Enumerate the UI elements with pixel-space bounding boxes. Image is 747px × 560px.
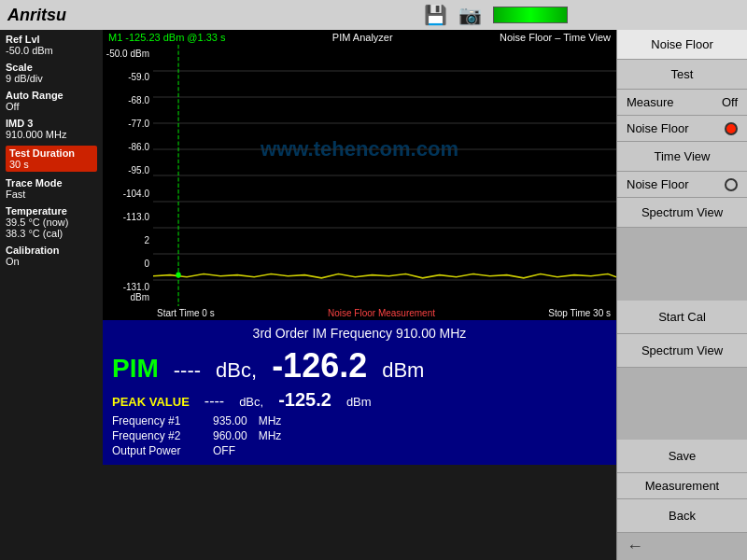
trace-mode-label: Trace Mode bbox=[6, 177, 97, 189]
main-layout: Ref Lvl -50.0 dBm Scale 9 dB/div Auto Ra… bbox=[0, 30, 747, 560]
pim-label: PIM bbox=[112, 354, 159, 384]
output-label: Output Power bbox=[112, 444, 205, 457]
left-panel: Ref Lvl -50.0 dBm Scale 9 dB/div Auto Ra… bbox=[0, 30, 103, 560]
noise-floor-radio-on[interactable]: Noise Floor bbox=[617, 116, 747, 142]
calibration-section: Calibration On bbox=[6, 245, 97, 267]
y-label-10: -131.0 dBm bbox=[105, 282, 149, 302]
imd3-label: IMD 3 bbox=[6, 118, 97, 129]
trace-mode-value: Fast bbox=[6, 189, 97, 200]
top-icons: 💾 📷 bbox=[251, 4, 740, 26]
output-value: OFF bbox=[213, 444, 235, 457]
calibration-value: On bbox=[6, 256, 97, 267]
spectrum-view-button[interactable]: Spectrum View bbox=[617, 334, 747, 368]
pim-dbm-unit: dBm bbox=[382, 358, 424, 383]
menu-spacer2 bbox=[617, 368, 747, 441]
test-button[interactable]: Test bbox=[617, 60, 747, 90]
noise-floor-label: Noise Floor – Time View bbox=[500, 32, 611, 43]
camera-icon[interactable]: 📷 bbox=[458, 4, 482, 26]
ref-lvl-section: Ref Lvl -50.0 dBm bbox=[6, 34, 97, 56]
y-label-2: -68.0 bbox=[105, 95, 149, 105]
x-stop-label: Stop Time 30 s bbox=[548, 308, 611, 318]
y-label-4: -86.0 bbox=[105, 142, 149, 152]
x-noise-label: Noise Floor Measurement bbox=[328, 308, 435, 318]
center-area: M1 -125.23 dBm @1.33 s PIM Analyzer Nois… bbox=[103, 30, 616, 560]
calibration-label: Calibration bbox=[6, 245, 97, 256]
pim-value: -126.2 bbox=[272, 346, 367, 385]
peak-value: -125.2 bbox=[278, 389, 331, 411]
peak-dashes: ---- bbox=[204, 393, 224, 410]
temperature-now: 39.5 °C (now) bbox=[6, 217, 97, 228]
x-start-label: Start Time 0 s bbox=[157, 308, 215, 318]
freq1-value: 935.00 bbox=[213, 414, 247, 427]
peak-dbc-unit: dBc, bbox=[239, 395, 263, 409]
freq2-value: 960.00 bbox=[213, 429, 247, 442]
signal-trace bbox=[153, 274, 616, 278]
temperature-section: Temperature 39.5 °C (now) 38.3 °C (cal) bbox=[6, 205, 97, 239]
freq-title: 3rd Order IM Frequency 910.00 MHz bbox=[112, 326, 607, 341]
time-view-button[interactable]: Time View bbox=[617, 142, 747, 172]
pim-analyzer-label: PIM Analyzer bbox=[332, 32, 393, 43]
peak-row: PEAK VALUE ---- dBc, -125.2 dBm bbox=[112, 389, 607, 411]
scale-value: 9 dB/div bbox=[6, 73, 97, 84]
freq2-unit: MHz bbox=[259, 429, 282, 442]
scale-label: Scale bbox=[6, 62, 97, 73]
menu-spacer bbox=[617, 228, 747, 301]
test-duration-section: Test Duration 30 s bbox=[6, 146, 97, 172]
y-label-3: -77.0 bbox=[105, 119, 149, 129]
chart-title-bar: M1 -125.23 dBm @1.33 s PIM Analyzer Nois… bbox=[103, 30, 616, 45]
auto-range-section: Auto Range Off bbox=[6, 90, 97, 112]
pim-dashes: ---- bbox=[174, 358, 201, 383]
freq1-unit: MHz bbox=[259, 414, 282, 427]
peak-label: PEAK VALUE bbox=[112, 395, 190, 409]
test-duration-label: Test Duration bbox=[9, 147, 93, 159]
spectrum-view-menu-button[interactable]: Spectrum View bbox=[617, 198, 747, 228]
ref-lvl-label: Ref Lvl bbox=[6, 34, 97, 45]
auto-range-value: Off bbox=[6, 101, 97, 112]
y-label-1: -59.0 bbox=[105, 72, 149, 82]
noise-floor-radio-off[interactable]: Noise Floor bbox=[617, 172, 747, 198]
save-button[interactable]: Save bbox=[617, 440, 747, 473]
freq2-label: Frequency #2 bbox=[112, 429, 205, 442]
signal-bar bbox=[493, 7, 568, 23]
y-label-8: 2 bbox=[105, 235, 149, 245]
right-panel: Noise Floor Test Measure Off Noise Floor… bbox=[616, 30, 747, 560]
ref-lvl-value: -50.0 dBm bbox=[6, 45, 97, 56]
freq2-row: Frequency #2 960.00 MHz bbox=[112, 429, 607, 442]
measurement-button[interactable]: Measurement bbox=[617, 473, 747, 499]
radio-on-dot bbox=[725, 122, 738, 135]
trace-mode-section: Trace Mode Fast bbox=[6, 177, 97, 200]
auto-range-label: Auto Range bbox=[6, 90, 97, 101]
noise-floor-radio-label: Noise Floor bbox=[627, 121, 688, 135]
freq1-label: Frequency #1 bbox=[112, 414, 205, 427]
top-bar: Anritsu 💾 📷 bbox=[0, 0, 747, 30]
temperature-label: Temperature bbox=[6, 205, 97, 217]
back-button[interactable]: Back bbox=[617, 499, 747, 533]
svg-point-10 bbox=[176, 272, 180, 277]
anritsu-logo: Anritsu bbox=[7, 6, 251, 25]
y-label-6: -104.0 bbox=[105, 189, 149, 199]
measure-label: Measure bbox=[627, 95, 674, 109]
y-axis-labels: -50.0 dBm -59.0 -68.0 -77.0 -86.0 -95.0 … bbox=[103, 45, 151, 306]
noise-floor-radio-off-label: Noise Floor bbox=[627, 177, 688, 191]
measure-row[interactable]: Measure Off bbox=[617, 90, 747, 116]
output-row: Output Power OFF bbox=[112, 444, 607, 457]
chart-svg bbox=[153, 45, 616, 306]
info-panel: 3rd Order IM Frequency 910.00 MHz PIM --… bbox=[103, 320, 616, 465]
y-label-7: -113.0 bbox=[105, 212, 149, 222]
arrow-row: ← bbox=[617, 533, 747, 560]
pim-dbc-unit: dBc, bbox=[216, 358, 257, 383]
y-label-9: 0 bbox=[105, 259, 149, 269]
temperature-cal: 38.3 °C (cal) bbox=[6, 228, 97, 239]
peak-dbm-unit: dBm bbox=[346, 395, 372, 409]
measure-value: Off bbox=[722, 95, 738, 109]
noise-floor-title: Noise Floor bbox=[617, 30, 747, 60]
freq1-row: Frequency #1 935.00 MHz bbox=[112, 414, 607, 427]
marker-label: M1 -125.23 dBm @1.33 s bbox=[108, 32, 226, 43]
radio-off-dot bbox=[725, 178, 738, 191]
chart-canvas: -50.0 dBm -59.0 -68.0 -77.0 -86.0 -95.0 … bbox=[103, 45, 616, 306]
start-cal-button[interactable]: Start Cal bbox=[617, 301, 747, 334]
y-label-5: -95.0 bbox=[105, 165, 149, 175]
save-icon[interactable]: 💾 bbox=[424, 4, 447, 26]
imd3-value: 910.000 MHz bbox=[6, 129, 97, 140]
arrow-left-icon: ← bbox=[627, 537, 643, 556]
